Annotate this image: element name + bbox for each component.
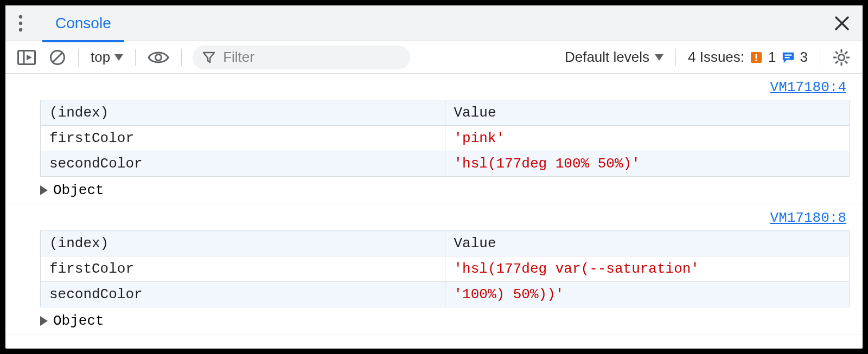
object-expand-toggle[interactable]: Object (40, 307, 850, 329)
source-link[interactable]: VM17180:8 (770, 210, 846, 226)
console-log-entry: VM17180:8 (index) Value firstColor 'hsl(… (5, 204, 863, 335)
toolbar-separator (78, 49, 79, 66)
issues-label: 4 Issues: (688, 49, 744, 66)
filter-input[interactable] (222, 48, 400, 66)
toolbar-separator (675, 49, 676, 66)
table-header-index[interactable]: (index) (41, 100, 445, 126)
tab-console-label: Console (55, 15, 111, 32)
devtools-window: Console top (5, 5, 863, 349)
log-levels-selector[interactable]: Default levels (559, 47, 669, 68)
table-header-index[interactable]: (index) (41, 231, 445, 256)
filter-box[interactable] (193, 46, 410, 69)
table-cell-value: 'pink' (445, 126, 850, 151)
table-row: firstColor 'pink' (41, 126, 850, 151)
object-label: Object (53, 182, 104, 198)
clear-icon (49, 49, 66, 66)
issues-button[interactable]: 4 Issues: 1 3 (682, 49, 813, 66)
warning-icon (750, 51, 763, 64)
console-toolbar: top Default levels 4 Issues: (5, 41, 863, 74)
table-header-value[interactable]: Value (445, 100, 850, 126)
table-row: firstColor 'hsl(177deg var(--saturation' (41, 256, 850, 282)
issues-warn-count: 1 (768, 49, 776, 66)
svg-point-8 (156, 54, 162, 60)
svg-point-1 (19, 21, 22, 24)
svg-line-22 (845, 52, 848, 54)
svg-point-14 (839, 54, 845, 60)
table-cell-key: secondColor (41, 282, 445, 307)
issues-info-count: 3 (800, 49, 808, 66)
toolbar-separator (820, 49, 820, 66)
svg-rect-12 (784, 54, 792, 55)
table-cell-value: '100%) 50%))' (445, 282, 850, 307)
clear-console-button[interactable] (43, 47, 72, 68)
tabs-bar: Console (5, 5, 863, 41)
close-devtools-button[interactable] (829, 10, 855, 36)
table-cell-key: secondColor (41, 151, 445, 177)
triangle-right-icon (40, 185, 48, 195)
object-expand-toggle[interactable]: Object (40, 177, 850, 198)
filter-icon (202, 51, 215, 64)
console-table: (index) Value firstColor 'hsl(177deg var… (40, 230, 850, 307)
table-cell-key: firstColor (41, 126, 445, 151)
table-cell-value: 'hsl(177deg var(--saturation' (445, 256, 850, 282)
triangle-right-icon (40, 316, 48, 326)
object-label: Object (53, 313, 104, 329)
sidebar-icon (17, 50, 36, 65)
svg-marker-5 (27, 55, 32, 60)
svg-rect-10 (756, 54, 757, 59)
svg-line-19 (835, 52, 838, 54)
table-cell-value: 'hsl(177deg 100% 50%)' (445, 151, 850, 177)
console-log-entry: VM17180:4 (index) Value firstColor 'pink… (5, 74, 863, 204)
source-link-row: VM17180:8 (40, 209, 850, 230)
toolbar-separator (135, 49, 136, 66)
eye-icon (148, 50, 169, 65)
live-expression-button[interactable] (142, 47, 175, 68)
tab-console[interactable]: Console (42, 7, 124, 42)
context-selector[interactable]: top (85, 47, 129, 68)
svg-point-2 (19, 28, 22, 31)
chevron-down-icon (655, 54, 663, 61)
source-link[interactable]: VM17180:4 (770, 79, 846, 95)
log-levels-label: Default levels (565, 49, 649, 66)
table-row: secondColor '100%) 50%))' (41, 282, 850, 307)
context-label: top (91, 49, 110, 66)
svg-point-0 (19, 15, 22, 18)
console-output: VM17180:4 (index) Value firstColor 'pink… (5, 74, 863, 349)
gear-icon (832, 48, 851, 67)
table-row: secondColor 'hsl(177deg 100% 50%)' (41, 151, 850, 177)
info-message-icon (782, 51, 795, 64)
chevron-down-icon (114, 54, 123, 61)
svg-line-7 (53, 53, 62, 62)
close-icon (834, 15, 850, 31)
console-table: (index) Value firstColor 'pink' secondCo… (40, 100, 850, 177)
table-header-value[interactable]: Value (445, 231, 850, 256)
console-settings-button[interactable] (827, 47, 856, 68)
svg-line-21 (835, 61, 838, 63)
show-sidebar-button[interactable] (12, 47, 41, 68)
svg-rect-11 (756, 60, 757, 61)
svg-line-20 (845, 61, 848, 63)
table-cell-key: firstColor (41, 256, 445, 282)
source-link-row: VM17180:4 (40, 78, 850, 100)
svg-rect-13 (784, 57, 789, 58)
kebab-menu-button[interactable] (10, 12, 31, 34)
kebab-icon (18, 15, 23, 32)
toolbar-separator (181, 49, 182, 66)
